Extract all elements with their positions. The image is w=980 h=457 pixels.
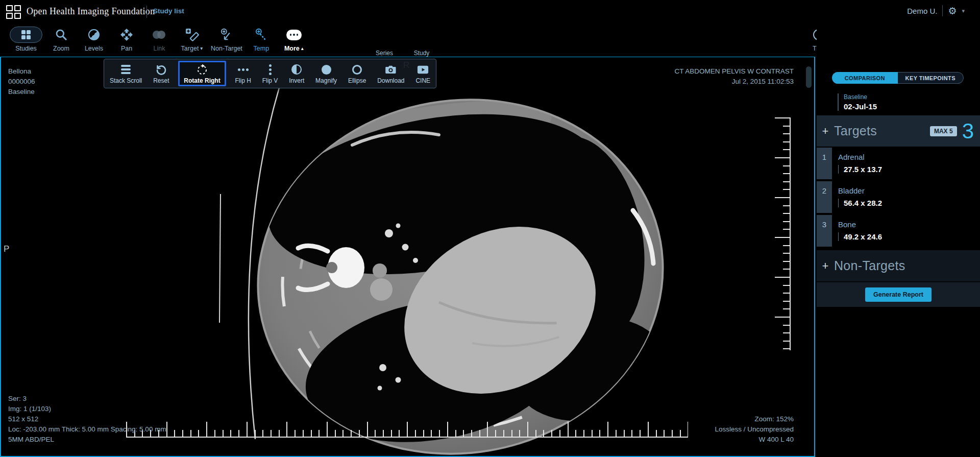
tool-invert[interactable]: Invert (287, 59, 306, 88)
generate-report-button[interactable]: Generate Report (865, 287, 932, 302)
tool-magnify[interactable]: Magnify (313, 59, 339, 88)
timepoint-date: 02-Jul-15 (844, 102, 877, 111)
tool-stack-scroll[interactable]: Stack Scroll (108, 59, 144, 88)
study-list-link[interactable]: Study list (153, 7, 184, 15)
target-label: Adrenal (838, 153, 882, 161)
toolbar-button-target[interactable]: Target ▾ (176, 26, 208, 52)
header-divider (146, 6, 147, 18)
series-label: Series (375, 50, 394, 57)
tab-comparison[interactable]: COMPARISON (832, 72, 898, 84)
tool-rotate-right[interactable]: Rotate Right (178, 61, 226, 86)
patient-id: 0000006 (8, 77, 35, 87)
link-toggle-icon (152, 26, 167, 44)
chevron-up-icon: ▴ (301, 45, 304, 51)
image-number: Img: 1 (1/103) (8, 404, 166, 414)
play-video-icon (416, 63, 429, 76)
toolbar-button-link[interactable]: Link (143, 26, 176, 52)
image-scrollbar-thumb[interactable] (806, 66, 812, 88)
toolbar-button-temp[interactable]: Temp (245, 26, 278, 52)
tool-flip-v[interactable]: Flip V (260, 59, 280, 88)
more-tools-dropdown: Stack Scroll Reset Rotate Right Flip H F… (104, 59, 436, 88)
circle-outline-icon (352, 63, 362, 76)
tool-download[interactable]: Download (375, 59, 406, 88)
toolbar-button-non-target[interactable]: Non-Target (208, 26, 245, 52)
levels-half-circle-icon (88, 26, 100, 44)
series-description: 5MM ABD/PEL (8, 435, 166, 445)
camera-icon (384, 63, 397, 76)
target-row-bone[interactable]: 3 Bone 49.2 x 24.6 (817, 215, 980, 247)
ohif-logo-icon[interactable] (6, 5, 22, 19)
gear-icon[interactable]: ⚙ (948, 6, 957, 16)
toolbar-button-more[interactable]: More ▴ (278, 26, 310, 52)
report-section: Generate Report (817, 282, 980, 307)
study-label: Study (408, 50, 435, 57)
ct-viewport[interactable]: Bellona 0000006 Baseline CT ABDOMEN PELV… (0, 57, 815, 457)
targets-header: + Targets MAX 5 3 (817, 115, 980, 147)
non-targets-header: + Non-Targets (817, 250, 980, 281)
target-row-adrenal[interactable]: 1 Adrenal 27.5 x 13.7 (817, 148, 980, 179)
target-index: 2 (817, 181, 832, 213)
vertical-ruler (774, 117, 791, 350)
targets-count: 3 (962, 121, 974, 142)
stack-lines-icon (121, 63, 131, 76)
magnifier-icon (55, 26, 68, 44)
more-ellipsis-icon (286, 26, 302, 44)
user-name: Demo U. (907, 7, 937, 15)
temp-dashed-arrow-icon (254, 26, 268, 44)
dots-vertical-icon (269, 63, 272, 76)
toolbar-button-pan[interactable]: Pan (110, 26, 143, 52)
sidebar-tabs: COMPARISON KEY TIMEPOINTS (832, 72, 964, 84)
horizontal-ruler (126, 421, 688, 438)
image-dimensions: 512 x 512 (8, 414, 166, 424)
window-level: W 400 L 40 (715, 435, 794, 445)
app-root: Open Health Imaging Foundation Study lis… (0, 0, 980, 457)
active-pill (10, 27, 42, 43)
targets-list: 1 Adrenal 27.5 x 13.7 2 Bladder 56.4 x 2… (817, 148, 980, 249)
target-index: 1 (817, 148, 832, 179)
add-non-target-icon[interactable]: + (817, 259, 834, 273)
tool-reset[interactable]: Reset (151, 59, 171, 88)
dots-horizontal-icon (238, 63, 249, 76)
toolbar-left-group: Studies Zoom Levels Pan Link (7, 26, 310, 52)
study-info-overlay: CT ABDOMEN PELVIS W CONTRAST Jul 2, 2015… (674, 66, 794, 87)
series-number: Ser: 3 (8, 394, 166, 404)
toolbar-button-studies[interactable]: Studies (7, 26, 45, 52)
target-label: Bladder (838, 186, 882, 195)
toolbar-button-zoom[interactable]: Zoom (45, 26, 78, 52)
tool-flip-h[interactable]: Flip H (233, 59, 253, 88)
study-description: CT ABDOMEN PELVIS W CONTRAST (674, 66, 794, 77)
user-menu[interactable]: Demo U. ⚙ ▾ (907, 5, 965, 16)
target-ruler-icon (185, 26, 199, 44)
filled-circle-icon (322, 63, 331, 76)
toolbar-button-levels[interactable]: Levels (78, 26, 110, 52)
measurements-sidebar: COMPARISON KEY TIMEPOINTS Baseline 02-Ju… (817, 24, 980, 457)
add-target-icon[interactable]: + (817, 125, 834, 138)
top-header: Open Health Imaging Foundation Study lis… (0, 0, 980, 24)
rotate-left-icon (155, 63, 167, 76)
patient-name: Bellona (8, 66, 35, 77)
compression-info: Lossless / Uncompressed (715, 424, 794, 435)
studies-grid-icon (21, 30, 31, 39)
tool-ellipse[interactable]: Ellipse (346, 59, 368, 88)
target-label: Bone (838, 220, 882, 229)
image-info-overlay: Ser: 3 Img: 1 (1/103) 512 x 512 Loc: -20… (8, 394, 166, 445)
target-row-bladder[interactable]: 2 Bladder 56.4 x 28.2 (817, 181, 980, 213)
non-target-arrow-icon (219, 26, 233, 44)
target-size: 49.2 x 24.6 (838, 232, 882, 241)
tab-key-timepoints[interactable]: KEY TIMEPOINTS (898, 72, 964, 84)
orientation-marker-left: P (4, 244, 9, 254)
tool-cine[interactable]: CINE (413, 59, 432, 88)
display-info-overlay: Zoom: 152% Lossless / Uncompressed W 400… (715, 414, 794, 445)
target-index: 3 (817, 215, 832, 247)
chevron-down-icon: ▾ (200, 45, 203, 51)
patient-timepoint: Baseline (8, 87, 35, 97)
pan-arrows-icon (120, 26, 133, 44)
chevron-down-icon: ▾ (962, 8, 965, 14)
user-divider (942, 5, 943, 16)
non-targets-title: Non-Targets (834, 258, 980, 273)
timepoint-label: Baseline (844, 93, 877, 101)
target-size: 27.5 x 13.7 (838, 165, 882, 174)
rotate-right-icon (196, 63, 208, 76)
targets-title: Targets (834, 124, 930, 138)
slice-location: Loc: -203.00 mm Thick: 5.00 mm Spacing: … (8, 424, 166, 435)
